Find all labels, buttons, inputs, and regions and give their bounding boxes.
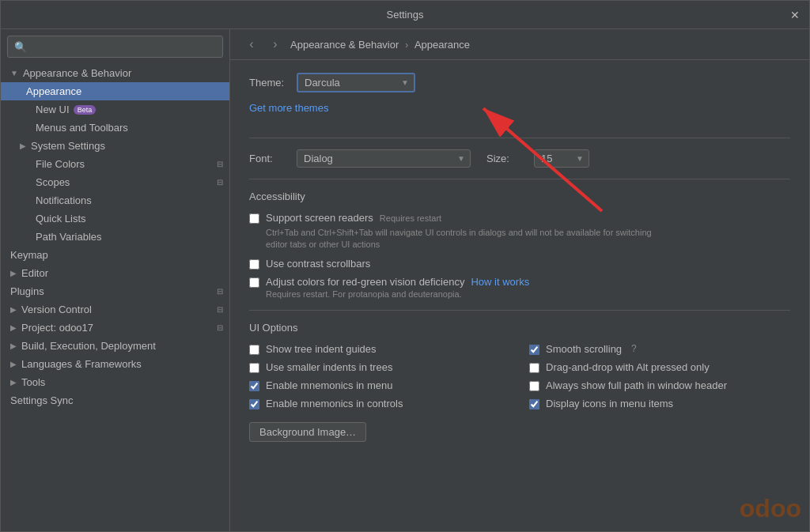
display-icons-menu-row: Display icons in menu items — [529, 398, 790, 409]
font-row: Font: Dialog ▼ Size: 15 ▼ — [249, 149, 790, 168]
chevron-right-icon-build: ▶ — [10, 341, 17, 350]
sidebar-item-editor[interactable]: ▶ Editor — [1, 264, 229, 282]
support-screen-readers-content: Support screen readers Requires restart … — [266, 212, 661, 251]
search-box[interactable]: 🔍 — [7, 36, 223, 58]
smooth-scrolling-label: Smooth scrolling — [546, 343, 622, 355]
always-show-path-row: Always show full path in window header — [529, 379, 790, 391]
sidebar-item-tools[interactable]: ▶ Tools — [1, 373, 229, 391]
adjust-colors-sublabel: Requires restart. For protanopia and deu… — [266, 289, 529, 299]
sidebar-item-quick-lists[interactable]: Quick Lists — [1, 209, 229, 228]
dropdown-arrow-font-icon: ▼ — [457, 154, 465, 163]
search-input[interactable] — [32, 41, 216, 53]
contrast-scrollbars-checkbox[interactable] — [249, 259, 259, 270]
sidebar-item-file-colors[interactable]: File Colors ⊟ — [1, 155, 229, 173]
how-it-works-link[interactable]: How it works — [471, 276, 529, 288]
chevron-right-icon-tools: ▶ — [10, 378, 17, 387]
show-tree-indent-checkbox[interactable] — [249, 345, 259, 355]
dropdown-arrow-size-icon: ▼ — [576, 154, 584, 163]
size-dropdown[interactable]: 15 ▼ — [534, 149, 589, 168]
content-area: 🔍 ▼ Appearance & Behavior Appearance New… — [1, 29, 809, 531]
settings-window: Settings ✕ 🔍 ▼ Appearance & Behavior App… — [0, 0, 810, 532]
sidebar-item-build[interactable]: ▶ Build, Execution, Deployment — [1, 337, 229, 355]
smooth-scrolling-checkbox[interactable] — [529, 345, 539, 355]
always-show-path-checkbox[interactable] — [529, 381, 539, 391]
theme-value: Darcula — [305, 77, 340, 89]
breadcrumb-separator: › — [405, 39, 408, 51]
theme-row: Theme: Darcula ▼ — [249, 73, 790, 92]
divider-2 — [249, 179, 790, 179]
screen-readers-description: Ctrl+Tab and Ctrl+Shift+Tab will navigat… — [266, 227, 661, 251]
sidebar-item-scopes[interactable]: Scopes ⊟ — [1, 173, 229, 191]
get-more-themes-link[interactable]: Get more themes — [249, 102, 328, 114]
drag-drop-alt-checkbox[interactable] — [529, 363, 539, 373]
dropdown-arrow-icon: ▼ — [401, 78, 409, 87]
sidebar-item-appearance[interactable]: Appearance — [1, 82, 229, 100]
display-icons-menu-checkbox[interactable] — [529, 399, 539, 409]
search-icon: 🔍 — [14, 41, 27, 53]
support-screen-readers-label: Support screen readers — [266, 212, 373, 224]
use-smaller-indents-checkbox[interactable] — [249, 363, 259, 373]
chevron-right-icon-proj: ▶ — [10, 323, 17, 332]
enable-mnemonics-controls-checkbox[interactable] — [249, 399, 259, 409]
sidebar-item-settings-sync[interactable]: Settings Sync — [1, 391, 229, 409]
theme-dropdown[interactable]: Darcula ▼ — [297, 73, 415, 92]
enable-mnemonics-controls-label: Enable mnemonics in controls — [266, 398, 403, 409]
sidebar-item-plugins[interactable]: Plugins ⊟ — [1, 282, 229, 300]
ui-options-right: Smooth scrolling ? Drag-and-drop with Al… — [529, 343, 790, 416]
divider-1 — [249, 138, 790, 138]
size-value: 15 — [541, 153, 552, 164]
contrast-scrollbars-row: Use contrast scrollbars — [249, 258, 790, 270]
size-label: Size: — [486, 153, 526, 164]
adjust-colors-checkbox[interactable] — [249, 277, 259, 288]
back-button[interactable]: ‹ — [243, 36, 260, 53]
forward-button[interactable]: › — [267, 36, 284, 53]
font-label: Font: — [249, 153, 289, 164]
theme-label: Theme: — [249, 77, 289, 89]
beta-badge: Beta — [74, 105, 97, 115]
font-value: Dialog — [304, 153, 333, 164]
smooth-scrolling-row: Smooth scrolling ? — [529, 343, 790, 355]
top-nav: ‹ › Appearance & Behavior › Appearance — [230, 29, 809, 60]
sidebar-item-system-settings[interactable]: ▶ System Settings — [1, 137, 229, 155]
grid-icon-3: ⊟ — [217, 287, 223, 296]
drag-drop-alt-label: Drag-and-drop with Alt pressed only — [546, 361, 710, 373]
drag-drop-alt-row: Drag-and-drop with Alt pressed only — [529, 361, 790, 373]
ui-options-title: UI Options — [249, 322, 790, 334]
sidebar-item-appearance-behavior[interactable]: ▼ Appearance & Behavior — [1, 64, 229, 82]
breadcrumb: Appearance & Behavior › Appearance — [290, 39, 470, 51]
enable-mnemonics-menu-label: Enable mnemonics in menu — [266, 379, 392, 391]
use-smaller-indents-label: Use smaller indents in trees — [266, 361, 392, 373]
background-image-button[interactable]: Background Image… — [249, 422, 366, 442]
ui-options-left: Show tree indent guides Use smaller inde… — [249, 343, 510, 416]
sidebar: 🔍 ▼ Appearance & Behavior Appearance New… — [1, 29, 230, 531]
sidebar-item-menus-toolbars[interactable]: Menus and Toolbars — [1, 119, 229, 137]
grid-icon-4: ⊟ — [217, 305, 223, 314]
ui-options-grid: Show tree indent guides Use smaller inde… — [249, 343, 790, 416]
smooth-scrolling-help-icon: ? — [631, 343, 637, 354]
sidebar-item-label: System Settings — [31, 140, 105, 152]
grid-icon-5: ⊟ — [217, 323, 223, 332]
enable-mnemonics-menu-checkbox[interactable] — [249, 381, 259, 391]
chevron-right-icon-vc: ▶ — [10, 305, 17, 314]
sidebar-item-new-ui[interactable]: New UI Beta — [1, 100, 229, 119]
font-dropdown[interactable]: Dialog ▼ — [297, 149, 471, 168]
sidebar-item-project[interactable]: ▶ Project: odoo17 ⊟ — [1, 319, 229, 337]
contrast-scrollbars-label: Use contrast scrollbars — [266, 258, 370, 270]
always-show-path-label: Always show full path in window header — [546, 379, 727, 391]
support-screen-readers-checkbox[interactable] — [249, 213, 259, 224]
sidebar-item-version-control[interactable]: ▶ Version Control ⊟ — [1, 300, 229, 319]
divider-3 — [249, 310, 790, 311]
sidebar-group-label: Appearance & Behavior — [23, 67, 131, 79]
sidebar-item-path-variables[interactable]: Path Variables — [1, 228, 229, 246]
main-content: ‹ › Appearance & Behavior › Appearance T… — [230, 29, 809, 531]
close-button[interactable]: ✕ — [789, 9, 801, 21]
sidebar-tree: ▼ Appearance & Behavior Appearance New U… — [1, 64, 229, 531]
sidebar-item-languages[interactable]: ▶ Languages & Frameworks — [1, 355, 229, 373]
settings-panel: Theme: Darcula ▼ Get more themes Font: — [230, 60, 809, 531]
chevron-right-icon: ▶ — [20, 141, 26, 150]
sidebar-item-keymap[interactable]: Keymap — [1, 246, 229, 264]
support-screen-readers-row: Support screen readers Requires restart … — [249, 212, 790, 251]
adjust-colors-label: Adjust colors for red-green vision defic… — [266, 276, 464, 288]
sidebar-item-notifications[interactable]: Notifications — [1, 191, 229, 209]
window-title: Settings — [387, 9, 424, 21]
